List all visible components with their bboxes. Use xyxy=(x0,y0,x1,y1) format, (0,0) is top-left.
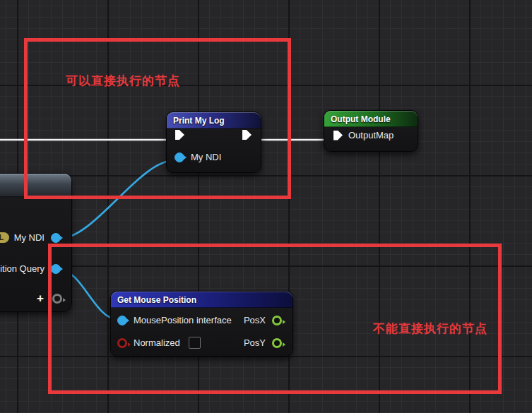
output-pin-my-ndi[interactable] xyxy=(51,233,61,243)
pin-label-my-ndi: My NDI xyxy=(14,232,45,243)
input-pin-my-ndi[interactable] xyxy=(175,152,184,162)
exec-input-pin[interactable] xyxy=(175,130,184,140)
input-pin-mouseposition-interface[interactable] xyxy=(117,316,127,325)
node-output-module[interactable]: Output Module OutputMap xyxy=(324,110,418,152)
normalized-checkbox[interactable] xyxy=(189,337,201,349)
add-pin-icon[interactable]: + xyxy=(37,294,44,303)
node-local-variable-header[interactable] xyxy=(0,174,71,197)
pin-label-normalized: Normalized xyxy=(134,337,180,348)
pin-label-my-ndi: My NDI xyxy=(191,152,221,162)
node-get-mouse-position-header[interactable]: Get Mouse Position xyxy=(111,292,292,308)
node-title: Print My Log xyxy=(167,116,225,126)
node-output-module-header[interactable]: Output Module xyxy=(324,111,418,127)
node-local-variable[interactable]: CAL My NDI sition Query + xyxy=(0,173,72,312)
pin-label-position-query: sition Query xyxy=(0,263,45,274)
add-pin-socket[interactable] xyxy=(52,294,62,304)
pin-label-outputmap: OutputMap xyxy=(348,130,394,140)
node-print-my-log[interactable]: Print My Log My NDI xyxy=(166,112,261,173)
annotation-label-executable: 可以直接执行的节点 xyxy=(66,73,180,89)
data-wire-myndi xyxy=(59,160,175,239)
node-get-mouse-position[interactable]: Get Mouse Position MousePosition interfa… xyxy=(110,291,293,357)
output-pin-posy[interactable] xyxy=(272,338,282,348)
output-pin-position-query[interactable] xyxy=(51,264,61,274)
input-pin-normalized[interactable] xyxy=(117,338,127,348)
pin-label-posx: PosX xyxy=(244,315,266,325)
node-print-my-log-header[interactable]: Print My Log xyxy=(167,112,261,128)
pin-label-mouseposition-interface: MousePosition interface xyxy=(134,315,232,325)
pin-label-posy: PosY xyxy=(244,337,266,348)
blueprint-graph-canvas[interactable]: { "annotations": { "top_box_label": "可以直… xyxy=(0,0,532,413)
exec-input-pin[interactable] xyxy=(333,131,343,140)
output-pin-posx[interactable] xyxy=(272,316,282,325)
exec-output-pin[interactable] xyxy=(242,130,252,140)
annotation-label-non-executable: 不能直接执行的节点 xyxy=(373,321,487,337)
local-badge: CAL xyxy=(0,232,9,243)
node-title: Get Mouse Position xyxy=(111,295,196,305)
node-title: Output Module xyxy=(324,114,391,124)
